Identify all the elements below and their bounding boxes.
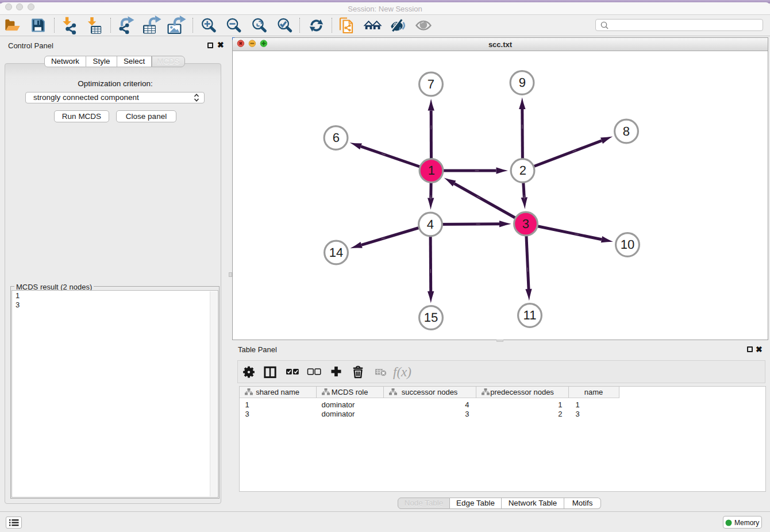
svg-text:f(x): f(x)	[393, 365, 411, 379]
